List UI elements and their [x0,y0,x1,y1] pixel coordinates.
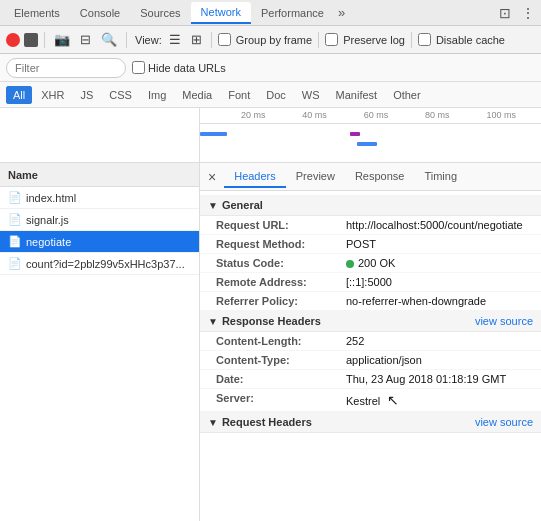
tab-performance[interactable]: Performance [251,3,334,23]
request-url-row: Request URL: http://localhost:5000/count… [200,216,541,235]
ruler-mark-40ms: 40 ms [302,110,327,120]
type-img-button[interactable]: Img [141,86,173,104]
type-xhr-button[interactable]: XHR [34,86,71,104]
file-icon-1: 📄 [8,213,22,227]
remote-address-value: [::1]:5000 [346,276,392,288]
camera-icon[interactable]: 📷 [51,30,73,49]
network-toolbar: 📷 ⊟ 🔍 View: ☰ ⊞ Group by frame Preserve … [0,26,541,54]
detail-tab-preview[interactable]: Preview [286,166,345,188]
request-url-value: http://localhost:5000/count/negotiate [346,219,523,231]
general-arrow-icon: ▼ [208,200,218,211]
tab-console[interactable]: Console [70,3,130,23]
type-filter-bar: All XHR JS CSS Img Media Font Doc WS Man… [0,82,541,108]
tab-sources[interactable]: Sources [130,3,190,23]
file-item-2[interactable]: 📄 negotiate [0,231,199,253]
file-item-3[interactable]: 📄 count?id=2pblz99v5xHHc3p37... [0,253,199,275]
filter-input[interactable] [6,58,126,78]
group-by-frame-group: Group by frame [218,33,312,46]
file-name-3: count?id=2pblz99v5xHHc3p37... [26,258,185,270]
request-method-value: POST [346,238,376,250]
stop-button[interactable] [24,33,38,47]
status-code-key: Status Code: [216,257,346,269]
tab-elements[interactable]: Elements [4,3,70,23]
disable-cache-label: Disable cache [436,34,505,46]
server-row: Server: Kestrel ↖ [200,389,541,412]
dock-icon[interactable]: ⊡ [497,3,513,23]
request-method-row: Request Method: POST [200,235,541,254]
date-value: Thu, 23 Aug 2018 01:18:19 GMT [346,373,506,385]
timeline-right-panel: 20 ms 40 ms 60 ms 80 ms 100 ms [200,108,541,162]
file-item-1[interactable]: 📄 signalr.js [0,209,199,231]
timeline-bars [200,124,541,163]
type-manifest-button[interactable]: Manifest [329,86,385,104]
type-media-button[interactable]: Media [175,86,219,104]
main-content-area: Name 📄 index.html 📄 signalr.js 📄 negotia… [0,163,541,521]
tab-network[interactable]: Network [191,2,251,24]
remote-address-row: Remote Address: [::1]:5000 [200,273,541,292]
toolbar-separator-4 [318,32,319,48]
filter-bar: Hide data URLs [0,54,541,82]
request-headers-arrow-icon: ▼ [208,417,218,428]
disable-cache-group: Disable cache [418,33,505,46]
hide-data-urls-checkbox[interactable] [132,61,145,74]
content-length-key: Content-Length: [216,335,346,347]
record-button[interactable] [6,33,20,47]
file-icon-2: 📄 [8,235,22,249]
detail-tab-timing[interactable]: Timing [414,166,467,188]
ruler-mark-60ms: 60 ms [364,110,389,120]
content-type-value: application/json [346,354,422,366]
request-method-key: Request Method: [216,238,346,250]
request-url-key: Request URL: [216,219,346,231]
response-headers-section-header[interactable]: ▼ Response Headers view source [200,311,541,332]
content-type-row: Content-Type: application/json [200,351,541,370]
general-section-title: General [222,199,263,211]
disable-cache-checkbox[interactable] [418,33,431,46]
status-code-row: Status Code: 200 OK [200,254,541,273]
ruler-mark-100ms: 100 ms [486,110,516,120]
type-font-button[interactable]: Font [221,86,257,104]
toolbar-separator-3 [211,32,212,48]
group-by-frame-label: Group by frame [236,34,312,46]
preserve-log-checkbox[interactable] [325,33,338,46]
type-other-button[interactable]: Other [386,86,428,104]
tab-more-button[interactable]: » [338,5,345,20]
filter-icon[interactable]: ⊟ [77,30,94,49]
status-dot-icon [346,260,354,268]
request-headers-view-source-link[interactable]: view source [475,416,533,428]
content-type-key: Content-Type: [216,354,346,366]
hide-data-urls-group: Hide data URLs [132,61,226,74]
file-name-2: negotiate [26,236,71,248]
server-key: Server: [216,392,346,404]
response-headers-title: Response Headers [222,315,321,327]
grid-view-icon[interactable]: ⊞ [188,30,205,49]
content-length-value: 252 [346,335,364,347]
detail-tab-response[interactable]: Response [345,166,415,188]
type-css-button[interactable]: CSS [102,86,139,104]
preserve-log-label: Preserve log [343,34,405,46]
file-icon-3: 📄 [8,257,22,271]
type-all-button[interactable]: All [6,86,32,104]
file-list-panel: Name 📄 index.html 📄 signalr.js 📄 negotia… [0,163,200,521]
list-view-icon[interactable]: ☰ [166,30,184,49]
file-name-1: signalr.js [26,214,69,226]
general-section-header[interactable]: ▼ General [200,195,541,216]
detail-tab-headers[interactable]: Headers [224,166,286,188]
type-doc-button[interactable]: Doc [259,86,293,104]
search-icon[interactable]: 🔍 [98,30,120,49]
request-headers-section-header[interactable]: ▼ Request Headers view source [200,412,541,433]
timeline-area: 20 ms 40 ms 60 ms 80 ms 100 ms [0,108,541,163]
detail-close-button[interactable]: × [200,167,224,187]
type-ws-button[interactable]: WS [295,86,327,104]
group-by-frame-checkbox[interactable] [218,33,231,46]
preserve-log-group: Preserve log [325,33,405,46]
ruler-mark-80ms: 80 ms [425,110,450,120]
toolbar-separator-1 [44,32,45,48]
devtools-icons: ⊡ ⋮ [497,3,537,23]
file-item-0[interactable]: 📄 index.html [0,187,199,209]
settings-icon[interactable]: ⋮ [519,3,537,23]
timeline-ruler: 20 ms 40 ms 60 ms 80 ms 100 ms [200,108,541,124]
detail-content: ▼ General Request URL: http://localhost:… [200,191,541,437]
ruler-mark-20ms: 20 ms [241,110,266,120]
response-headers-view-source-link[interactable]: view source [475,315,533,327]
type-js-button[interactable]: JS [73,86,100,104]
